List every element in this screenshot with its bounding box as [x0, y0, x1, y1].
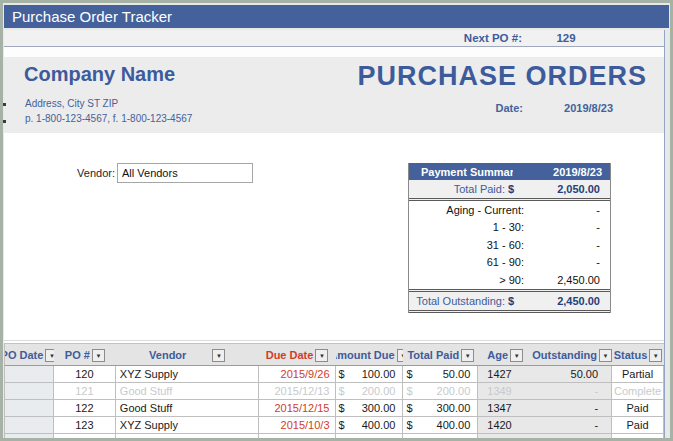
worksheet-area: Purchase Order Tracker Next PO #: 129 Co… [3, 3, 670, 438]
cell-po-date[interactable] [5, 366, 54, 382]
cell-due-date[interactable]: 2015/9/26 [259, 366, 336, 382]
cell-status[interactable]: Complete [612, 383, 664, 399]
cell-po-number[interactable]: 121 [54, 383, 116, 399]
currency-symbol: $ [403, 366, 412, 382]
filter-button-po-number[interactable]: ▼ [92, 349, 105, 362]
cell-age[interactable]: 1347 [478, 400, 532, 416]
column-header-status: Status ▼ [612, 344, 664, 365]
column-header-outstanding: Outstanding ▼ [532, 344, 612, 365]
column-label: Total Paid [407, 349, 459, 361]
total-paid-value: 2,050.00 [524, 183, 610, 195]
filter-button-amount-due[interactable]: ▼ [397, 349, 404, 362]
cell-po-number[interactable] [54, 434, 116, 438]
cell-status[interactable]: Paid [612, 400, 664, 416]
aging-value: - [524, 221, 610, 233]
cell-po-number[interactable]: 123 [54, 417, 116, 433]
filter-button-due-date[interactable]: ▼ [315, 349, 328, 362]
cell-total-paid[interactable] [403, 434, 478, 438]
cell-status[interactable]: Paid [612, 417, 664, 433]
column-header-po-date: PO Date ▼ [5, 344, 54, 365]
cell-outstanding[interactable]: - [532, 383, 612, 399]
cell-vendor[interactable]: Good Stuff [116, 383, 259, 399]
filter-button-outstanding[interactable]: ▼ [599, 349, 612, 362]
cell-age[interactable]: 1420 [478, 417, 532, 433]
cell-vendor[interactable]: Good Stuff [116, 400, 259, 416]
column-label: Status [614, 349, 648, 361]
aging-row-31-60: 31 - 60: - [409, 236, 610, 254]
cell-po-number[interactable]: 120 [54, 366, 116, 382]
amount-value: 200.00 [345, 383, 403, 399]
filter-dropdown-icon: ▼ [603, 353, 609, 359]
cell-age[interactable]: 1349 [478, 383, 532, 399]
cell-vendor[interactable]: XYZ Supply [116, 417, 259, 433]
company-address: Address, City ST ZIP [25, 98, 118, 109]
aging-row-over-90: > 90: 2,450.00 [409, 271, 610, 289]
cell-po-date[interactable] [5, 400, 54, 416]
column-header-age: Age ▼ [478, 344, 532, 365]
aging-value: - [524, 239, 610, 251]
cell-status[interactable] [612, 434, 664, 438]
cell-total-paid[interactable]: $400.00 [403, 417, 478, 433]
cell-po-date[interactable] [5, 417, 54, 433]
filter-button-total-paid[interactable]: ▼ [461, 349, 474, 362]
vendor-filter-label: Vendor: [13, 167, 115, 179]
table-row: 121 Good Stuff 2015/12/13 $200.00 $200.0… [4, 383, 664, 400]
next-po-label: Next PO #: [333, 32, 522, 44]
filter-button-vendor[interactable]: ▼ [212, 349, 225, 362]
filter-button-po-date[interactable]: ▼ [45, 349, 54, 362]
next-po-value: 129 [543, 32, 589, 44]
cell-amount-due[interactable]: $400.00 [336, 417, 404, 433]
cell-due-date[interactable]: 2015/12/13 [259, 383, 336, 399]
currency-symbol: $ [403, 417, 412, 433]
cell-amount-due[interactable] [336, 434, 404, 438]
cell-age[interactable]: 1427 [478, 366, 532, 382]
filter-button-age[interactable]: ▼ [510, 349, 523, 362]
column-label: PO Date [5, 349, 43, 361]
total-outstanding-row: Total Outstanding: $ 2,450.00 [409, 289, 610, 313]
cell-po-number[interactable]: 122 [54, 400, 116, 416]
purchase-order-tracker-window: Purchase Order Tracker Next PO #: 129 Co… [0, 0, 673, 441]
cell-total-paid[interactable]: $200.00 [403, 383, 478, 399]
amount-value: 50.00 [413, 366, 478, 382]
cell-amount-due[interactable]: $100.00 [336, 366, 404, 382]
cell-total-paid[interactable]: $300.00 [403, 400, 478, 416]
spacer-row [4, 47, 664, 57]
cell-outstanding[interactable]: - [532, 400, 612, 416]
cell-vendor[interactable] [116, 434, 259, 438]
table-row: 122 Good Stuff 2015/12/15 $300.00 $300.0… [4, 400, 664, 417]
cell-status[interactable]: Partial [612, 366, 664, 382]
currency-symbol: $ [505, 183, 524, 195]
cell-outstanding[interactable]: 50.00 [532, 366, 612, 382]
app-title: Purchase Order Tracker [12, 8, 172, 25]
filter-dropdown-icon: ▼ [95, 353, 101, 359]
date-value: 2019/8/23 [513, 102, 613, 114]
filter-button-status[interactable]: ▼ [649, 349, 662, 362]
currency-symbol: $ [403, 383, 412, 399]
aging-label: 1 - 30: [409, 221, 524, 233]
cell-age[interactable] [478, 434, 532, 438]
cell-vendor[interactable]: XYZ Supply [116, 366, 259, 382]
payment-summary-header: Payment Summary 2019/8/23 [409, 163, 610, 180]
table-row-stub [4, 434, 664, 438]
cell-due-date[interactable]: 2015/12/15 [259, 400, 336, 416]
currency-symbol: $ [336, 400, 345, 416]
cell-amount-due[interactable]: $200.00 [336, 383, 404, 399]
vendor-filter-input[interactable] [117, 163, 253, 183]
cell-outstanding[interactable]: - [532, 417, 612, 433]
cell-due-date[interactable]: 2015/10/3 [259, 417, 336, 433]
cell-po-date[interactable] [5, 383, 54, 399]
cell-amount-due[interactable]: $300.00 [336, 400, 404, 416]
column-label: Age [487, 349, 508, 361]
page-title: PURCHASE ORDERS [303, 61, 647, 92]
cell-due-date[interactable] [259, 434, 336, 438]
total-outstanding-value: 2,450.00 [524, 295, 610, 307]
purchase-orders-table: PO Date ▼ PO # ▼ Vendor ▼ Due Date ▼ Amo… [4, 343, 664, 438]
column-label: PO # [65, 349, 90, 361]
cell-outstanding[interactable] [532, 434, 612, 438]
page-boundary-line [664, 30, 665, 438]
cell-total-paid[interactable]: $50.00 [403, 366, 478, 382]
app-title-bar: Purchase Order Tracker [4, 5, 669, 29]
cell-po-date[interactable] [5, 434, 54, 438]
currency-symbol: $ [403, 400, 412, 416]
company-phone: p. 1-800-123-4567, f. 1-800-123-4567 [25, 113, 192, 124]
